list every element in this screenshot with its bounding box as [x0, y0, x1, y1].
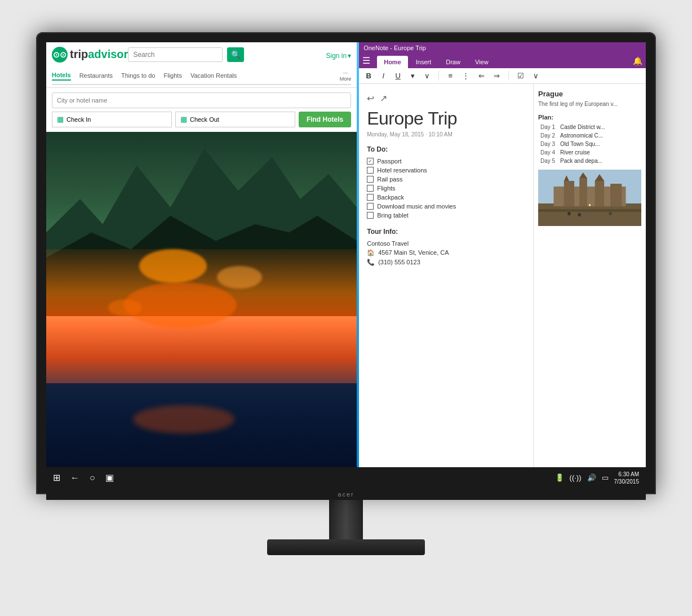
nav-restaurants[interactable]: Restaurants: [79, 71, 113, 80]
svg-point-15: [609, 212, 611, 215]
tab-home[interactable]: Home: [377, 56, 408, 68]
taskbar-clock: 6:30 AM 7/30/2015: [614, 471, 640, 485]
checkbox-music[interactable]: [367, 203, 374, 210]
checkbox-tablet[interactable]: [367, 212, 374, 219]
undo-redo-row: ↩ ↗: [367, 93, 525, 104]
ta-checkout-button[interactable]: ▦ Check Out: [175, 112, 295, 127]
nav-things-to-do[interactable]: Things to do: [121, 71, 156, 80]
water-reflection: [133, 405, 234, 433]
plan-label: Plan:: [538, 114, 641, 121]
ta-city-image-area: [46, 132, 357, 467]
ta-find-hotels-button[interactable]: Find Hotels: [299, 112, 351, 127]
tab-draw[interactable]: Draw: [439, 56, 467, 68]
nav-more[interactable]: ··· More: [340, 70, 352, 82]
taskbar-right: 🔋 ((·)) 🔊 ▭ 6:30 AM 7/30/2015: [555, 471, 639, 485]
ta-search-button[interactable]: 🔍: [227, 47, 244, 62]
tour-phone-row: 📞 (310) 555 0123: [367, 258, 525, 267]
phone-icon: 📞: [367, 259, 375, 266]
onenote-toolbar: ☰ Home Insert Draw View 🔔: [359, 54, 646, 68]
todo-item-music: Download music and movies: [367, 202, 525, 211]
chevron-down-icon[interactable]: ∨: [422, 70, 432, 81]
tab-insert[interactable]: Insert: [409, 56, 438, 68]
calendar-icon-2: ▦: [180, 115, 187, 123]
city-lights-main: [124, 282, 237, 327]
outdent-icon[interactable]: ⇐: [476, 70, 487, 81]
back-icon[interactable]: ←: [70, 473, 79, 483]
indent-icon[interactable]: ⇒: [491, 70, 502, 81]
nav-hotels[interactable]: Hotels: [52, 70, 71, 81]
plan-row-5: Day 5 Pack and depa...: [538, 157, 641, 165]
tour-info-section: Tour Info: Contoso Travel 🏠 4567 Main St…: [367, 228, 525, 267]
italic-button[interactable]: I: [378, 70, 388, 81]
todo-section-title: To Do:: [367, 145, 525, 153]
prague-description: The first leg of my European v...: [538, 100, 641, 108]
home-icon: 🏠: [367, 249, 375, 256]
tour-address-row: 🏠 4567 Main St, Venice, CA: [367, 248, 525, 258]
checkbox-rail[interactable]: [367, 176, 374, 183]
more-ribbon-icon[interactable]: ∨: [531, 70, 541, 81]
tripadvisor-panel: ⊙⊙ tripadvisor 🔍: [46, 42, 357, 467]
text-color-button[interactable]: ▾: [407, 70, 418, 81]
monitor-screen: ⊙⊙ tripadvisor 🔍: [46, 42, 646, 489]
tab-view[interactable]: View: [468, 56, 495, 68]
redo-icon[interactable]: ↗: [380, 93, 387, 104]
plan-row-3: Day 3 Old Town Squ...: [538, 140, 641, 148]
ribbon-divider-2: [508, 70, 509, 81]
numbered-list-icon[interactable]: ⋮: [460, 70, 472, 81]
windows-start-icon[interactable]: ⊞: [53, 472, 60, 483]
prague-image: [538, 170, 641, 226]
ta-navigation: Hotels Restaurants Things to do Flights …: [52, 68, 351, 85]
notification-icon[interactable]: ▭: [602, 473, 609, 482]
ta-header: ⊙⊙ tripadvisor 🔍: [46, 42, 357, 88]
calendar-icon: ▦: [57, 115, 64, 123]
checkbox-backpack[interactable]: [367, 194, 374, 201]
onenote-app-title: OneNote - Europe Trip: [363, 45, 426, 51]
undo-icon[interactable]: ↩: [367, 93, 374, 104]
tripadvisor-owl-icon: ⊙⊙: [52, 47, 68, 63]
note-title[interactable]: Europe Trip: [367, 108, 525, 129]
tour-company-row: Contoso Travel: [367, 239, 525, 248]
ta-city-input[interactable]: [52, 92, 351, 108]
signin-chevron-icon: ▾: [348, 52, 351, 60]
onenote-tabs: Home Insert Draw View: [375, 54, 495, 68]
city-lights-1: [139, 249, 207, 283]
bullet-list-icon[interactable]: ≡: [445, 70, 455, 81]
svg-point-13: [567, 212, 570, 215]
svg-rect-8: [610, 184, 622, 206]
onenote-panel: OneNote - Europe Trip ☰ Home Insert Draw…: [359, 42, 646, 467]
volume-icon[interactable]: 🔊: [587, 473, 596, 482]
ta-checkin-button[interactable]: ▦ Check In: [52, 112, 172, 127]
ta-signin-link[interactable]: Sign in ▾: [326, 52, 352, 60]
checkbox-hotel[interactable]: [367, 167, 374, 174]
nav-vacation-rentals[interactable]: Vacation Rentals: [190, 71, 237, 80]
todo-item-tablet: Bring tablet: [367, 211, 525, 220]
onenote-titlebar: OneNote - Europe Trip: [359, 42, 646, 54]
ribbon-divider: [438, 70, 439, 81]
ta-logo: ⊙⊙ tripadvisor: [52, 47, 128, 63]
onenote-main-content[interactable]: ↩ ↗ Europe Trip Monday, May 18, 2015 · 1…: [359, 84, 533, 467]
bell-icon[interactable]: 🔔: [633, 56, 642, 65]
plan-row-4: Day 4 River cruise: [538, 148, 641, 157]
hamburger-icon[interactable]: ☰: [362, 55, 370, 66]
home-taskbar-icon[interactable]: ○: [90, 473, 95, 483]
checkbox-flights[interactable]: [367, 185, 374, 192]
svg-point-17: [589, 204, 591, 206]
acer-logo: acer: [338, 491, 354, 498]
todo-item-rail: Rail pass: [367, 175, 525, 184]
plan-table: Day 1 Castle District w... Day 2 Astrono…: [538, 123, 641, 165]
prague-title: Prague: [538, 90, 641, 98]
monitor-bottom-trim: acer: [46, 489, 646, 500]
underline-button[interactable]: U: [393, 70, 403, 81]
ta-search-input[interactable]: [128, 47, 223, 62]
checkbox-passport[interactable]: [367, 158, 374, 165]
battery-icon: 🔋: [555, 473, 564, 482]
bold-button[interactable]: B: [363, 70, 374, 81]
plan-row-2: Day 2 Astronomical C...: [538, 131, 641, 140]
todo-list: Passport Hotel reservations Rail pass: [367, 157, 525, 220]
multitask-icon[interactable]: ▣: [105, 472, 114, 483]
taskbar: ⊞ ← ○ ▣ 🔋 ((·)) 🔊 ▭ 6:30 AM 7/30/2015: [46, 467, 646, 489]
nav-flights[interactable]: Flights: [163, 71, 181, 80]
checkbox-icon[interactable]: ☑: [515, 70, 526, 81]
todo-item-hotel: Hotel reservations: [367, 166, 525, 175]
screen-content: ⊙⊙ tripadvisor 🔍: [46, 42, 646, 467]
